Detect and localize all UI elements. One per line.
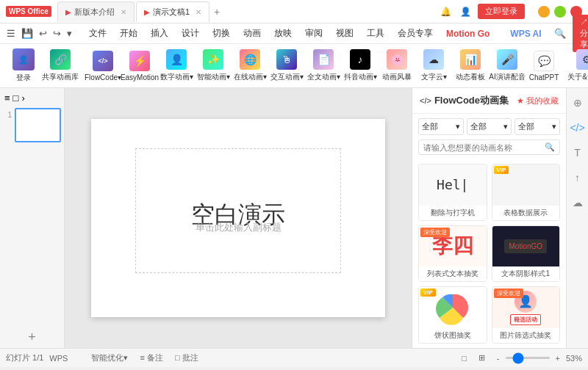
- menu-start[interactable]: 开始: [114, 25, 143, 42]
- wordcloud-button[interactable]: ☁ 文字云▾: [416, 46, 451, 85]
- filter-select-2[interactable]: 全部 ▾: [467, 118, 512, 135]
- voice-button[interactable]: 🎤 AI演讲配音: [490, 46, 525, 85]
- slide-thumbnail-1[interactable]: [15, 108, 61, 142]
- panel-list-icon[interactable]: ≡: [4, 92, 10, 104]
- digital-button[interactable]: 👤 数字动画▾: [159, 46, 194, 85]
- chat-button[interactable]: 💬 ChatPPT: [526, 48, 562, 84]
- save-icon[interactable]: 💾: [19, 26, 35, 40]
- login-button[interactable]: 立即登录: [478, 4, 525, 19]
- easymotion-icon: ⚡: [129, 51, 150, 71]
- fp-card-typewriter[interactable]: Hel| 翻除与打字机: [418, 164, 487, 221]
- fp-search-box[interactable]: 🔍: [418, 139, 560, 155]
- star-icon: ★: [517, 96, 524, 106]
- menu-tools[interactable]: 工具: [361, 25, 390, 42]
- online-button[interactable]: 🌐 在线动画▾: [232, 46, 268, 85]
- slide-panel-header: ≡ □ ›: [3, 91, 61, 105]
- search-icon: 🔍: [545, 142, 555, 152]
- filter-select-3[interactable]: 全部 ▾: [514, 118, 560, 135]
- fp-animation-grid: Hel| 翻除与打字机 VIP: [412, 159, 566, 348]
- menu-slideshow[interactable]: 放映: [268, 25, 298, 42]
- slide-canvas[interactable]: 空白演示 单击此处输入副标题: [91, 119, 385, 317]
- tab-close-presentation[interactable]: ✕: [196, 8, 201, 16]
- strip-icon-add[interactable]: ⊕: [570, 94, 585, 112]
- window-controls: 🔔 👤 立即登录: [438, 4, 582, 19]
- canvas-area[interactable]: 空白演示 单击此处输入副标题: [65, 88, 412, 348]
- menu-review[interactable]: 审阅: [299, 25, 329, 42]
- smart-button[interactable]: ✨ 智能动画▾: [196, 46, 231, 85]
- strip-icon-flowcode[interactable]: </>: [567, 119, 587, 137]
- menu-wps-ai[interactable]: WPS AI: [504, 26, 547, 41]
- flowcode-panel-title: FlowCode动画集: [434, 94, 509, 107]
- login-tool-button[interactable]: 👤 登录: [6, 46, 41, 86]
- search-icon[interactable]: 🔍: [552, 26, 568, 40]
- fp-card-table[interactable]: VIP 表格数据展示: [492, 164, 561, 221]
- zoom-slider[interactable]: [506, 357, 550, 359]
- fp-card-motiongo[interactable]: MotionGO 文本阴影样式1: [492, 225, 561, 283]
- strip-icon-text[interactable]: T: [571, 144, 584, 162]
- settings-label: 关于&设置▾: [567, 72, 588, 82]
- fp-card-lisi[interactable]: 深受欢迎 李四 列表式文本抽奖: [418, 225, 487, 283]
- search-input[interactable]: [423, 143, 542, 152]
- full-button[interactable]: 📄 全文动画▾: [306, 46, 341, 85]
- smart-optimize-button[interactable]: 智能优化▾: [88, 351, 131, 365]
- normal-view-button[interactable]: □: [459, 352, 470, 364]
- zoom-out-button[interactable]: -: [494, 352, 503, 364]
- user-icon[interactable]: 👤: [458, 5, 473, 18]
- add-slide-button[interactable]: +: [3, 330, 61, 345]
- share-lib-button[interactable]: 🔗 共享动画库: [43, 46, 78, 85]
- comments-button[interactable]: □ 批注: [172, 351, 201, 365]
- menu-file[interactable]: 文件: [83, 25, 112, 42]
- filter-select-1[interactable]: 全部 ▾: [418, 118, 464, 135]
- fp-label-pie: 饼状图抽奖: [419, 328, 487, 343]
- more-icon[interactable]: ▾: [65, 26, 74, 40]
- wind-button[interactable]: 🌸 动画风暴: [379, 46, 415, 85]
- fp-thumb-pie: VIP: [419, 287, 487, 328]
- chat-label: ChatPPT: [529, 73, 559, 81]
- fp-label-photo-prize: 图片筛选式抽奖: [492, 328, 560, 343]
- add-tab-button[interactable]: +: [211, 6, 223, 18]
- interact-button[interactable]: 🖱 交互动画▾: [269, 46, 304, 85]
- flowcode-button[interactable]: </> FlowCode▾: [85, 48, 121, 84]
- typewriter-preview: Hel|: [437, 177, 468, 192]
- grid-view-button[interactable]: ⊞: [476, 352, 488, 364]
- strip-icon-cloud[interactable]: ☁: [570, 194, 586, 211]
- app-logo: WPS Office: [6, 6, 51, 17]
- my-collection-button[interactable]: ★ 我的收藏: [517, 95, 559, 106]
- zoom-in-button[interactable]: +: [553, 352, 563, 364]
- tiktok-button[interactable]: ♪ 抖音动画▾: [343, 46, 378, 85]
- menu-motion-go[interactable]: Motion Go: [440, 26, 495, 41]
- share-lib-label: 共享动画库: [42, 72, 79, 82]
- mood-button[interactable]: 📊 动态看板: [453, 46, 488, 85]
- maximize-button[interactable]: [554, 6, 566, 18]
- undo-icon[interactable]: ↩: [37, 26, 49, 40]
- panel-grid-icon[interactable]: □: [13, 92, 19, 104]
- minimize-button[interactable]: [538, 6, 550, 18]
- flowcode-panel-icon: </>: [420, 96, 431, 105]
- menu-design[interactable]: 设计: [176, 25, 205, 42]
- settings-button[interactable]: ⚙ 关于&设置▾: [569, 46, 588, 85]
- login-icon: 👤: [12, 48, 35, 70]
- status-right: □ ⊞ - + 53%: [459, 352, 582, 364]
- menu-animation[interactable]: 动画: [237, 25, 267, 42]
- wordcloud-icon: ☁: [423, 49, 444, 70]
- menu-member[interactable]: 会员专享: [392, 25, 439, 42]
- notification-icon[interactable]: 🔔: [438, 5, 453, 18]
- slide-info: 幻灯片 1/1: [6, 352, 43, 363]
- strip-icon-upload[interactable]: ↑: [572, 169, 583, 186]
- slide-subtitle[interactable]: 单击此处输入副标题: [196, 221, 282, 234]
- fp-card-pie[interactable]: VIP 饼状图抽奖: [418, 286, 487, 344]
- menu-insert[interactable]: 插入: [145, 25, 174, 42]
- redo-icon[interactable]: ↪: [51, 26, 63, 40]
- menu-switch[interactable]: 切换: [207, 25, 236, 42]
- notes-button[interactable]: ≡ 备注: [137, 351, 165, 365]
- easymotion-label: EasyMotion: [121, 73, 159, 81]
- panel-expand-icon[interactable]: ›: [21, 92, 24, 104]
- menu-view[interactable]: 视图: [330, 25, 359, 42]
- tab-close-intro[interactable]: ✕: [121, 8, 126, 16]
- hamburger-icon[interactable]: ☰: [4, 26, 18, 40]
- fp-card-photo-prize[interactable]: 深受欢迎 👤 籍选活动 图片筛选式抽奖: [492, 286, 561, 344]
- tab-new-intro[interactable]: ▶ 新版本介绍 ✕: [57, 1, 135, 22]
- easymotion-button[interactable]: ⚡ EasyMotion: [122, 48, 157, 84]
- tab-presentation[interactable]: ▶ 演示文稿1 ✕: [136, 1, 209, 22]
- online-icon: 🌐: [240, 49, 260, 70]
